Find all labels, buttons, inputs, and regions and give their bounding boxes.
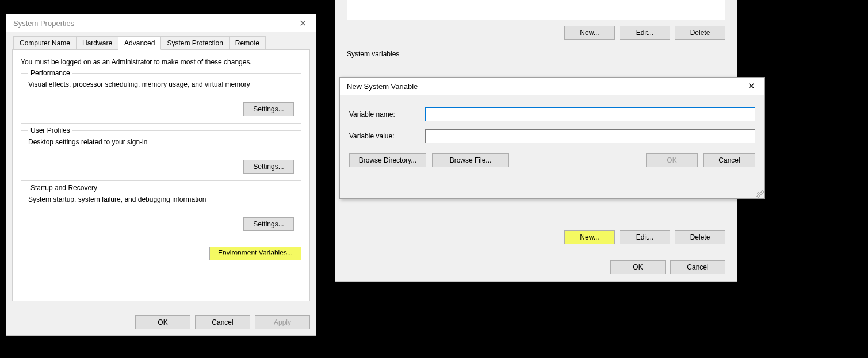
- tab-content-advanced: You must be logged on as an Administrato…: [12, 49, 310, 301]
- resize-grip-icon[interactable]: [756, 190, 764, 198]
- user-edit-button[interactable]: Edit...: [620, 26, 670, 40]
- system-properties-window: System Properties ✕ Computer Name Hardwa…: [6, 14, 316, 336]
- group-startup-legend: Startup and Recovery: [28, 184, 100, 192]
- tab-strip: Computer Name Hardware Advanced System P…: [12, 36, 310, 50]
- system-delete-button[interactable]: Delete: [675, 230, 725, 244]
- browse-file-button[interactable]: Browse File...: [432, 153, 509, 167]
- group-performance-legend: Performance: [28, 69, 72, 77]
- variable-name-input[interactable]: [425, 107, 755, 121]
- system-edit-button[interactable]: Edit...: [620, 230, 670, 244]
- system-properties-footer: OK Cancel Apply: [135, 315, 310, 329]
- user-delete-button[interactable]: Delete: [675, 26, 725, 40]
- new-system-variable-dialog: New System Variable ✕ Variable name: Var…: [339, 77, 765, 199]
- tab-computer-name[interactable]: Computer Name: [13, 36, 77, 50]
- apply-button[interactable]: Apply: [255, 315, 310, 329]
- close-icon[interactable]: ✕: [295, 17, 311, 30]
- tab-system-protection[interactable]: System Protection: [160, 36, 229, 50]
- new-system-variable-title: New System Variable: [347, 82, 418, 91]
- close-icon[interactable]: ✕: [743, 80, 760, 93]
- environment-variables-footer: OK Cancel: [610, 260, 725, 274]
- system-properties-title: System Properties: [13, 19, 74, 28]
- new-variable-ok-button[interactable]: OK: [646, 153, 698, 167]
- group-user-profiles-legend: User Profiles: [28, 126, 72, 134]
- variable-value-label: Variable value:: [349, 132, 425, 140]
- system-properties-body: Computer Name Hardware Advanced System P…: [6, 32, 316, 335]
- cancel-button[interactable]: Cancel: [195, 315, 250, 329]
- environment-variables-button[interactable]: Environment Variables...: [209, 247, 301, 260]
- system-new-button[interactable]: New...: [564, 230, 615, 244]
- ok-button[interactable]: OK: [135, 315, 190, 329]
- user-profiles-settings-button[interactable]: Settings...: [243, 160, 294, 174]
- group-performance-desc: Visual effects, processor scheduling, me…: [28, 80, 294, 88]
- env-ok-button[interactable]: OK: [610, 260, 666, 274]
- admin-notice: You must be logged on as an Administrato…: [21, 58, 301, 66]
- tab-hardware[interactable]: Hardware: [76, 36, 118, 50]
- user-variables-listbox[interactable]: [347, 0, 725, 20]
- env-cancel-button[interactable]: Cancel: [670, 260, 725, 274]
- startup-settings-button[interactable]: Settings...: [243, 217, 294, 231]
- variable-value-input[interactable]: [425, 129, 755, 143]
- group-user-profiles: User Profiles Desktop settings related t…: [21, 130, 301, 181]
- system-variables-buttons: New... Edit... Delete: [343, 230, 729, 244]
- user-new-button[interactable]: New...: [564, 26, 615, 40]
- browse-directory-button[interactable]: Browse Directory...: [349, 153, 426, 167]
- new-system-variable-titlebar: New System Variable ✕: [340, 78, 764, 95]
- tab-remote[interactable]: Remote: [229, 36, 266, 50]
- group-startup-recovery: Startup and Recovery System startup, sys…: [21, 188, 301, 238]
- system-variables-label: System variables: [347, 50, 729, 58]
- group-startup-desc: System startup, system failure, and debu…: [28, 195, 294, 203]
- user-variables-buttons: New... Edit... Delete: [343, 26, 729, 40]
- variable-name-label: Variable name:: [349, 110, 425, 118]
- group-performance: Performance Visual effects, processor sc…: [21, 73, 301, 124]
- new-variable-cancel-button[interactable]: Cancel: [703, 153, 755, 167]
- group-user-profiles-desc: Desktop settings related to your sign-in: [28, 138, 294, 146]
- performance-settings-button[interactable]: Settings...: [243, 102, 294, 116]
- tab-advanced[interactable]: Advanced: [118, 36, 161, 50]
- system-properties-titlebar: System Properties ✕: [6, 14, 316, 32]
